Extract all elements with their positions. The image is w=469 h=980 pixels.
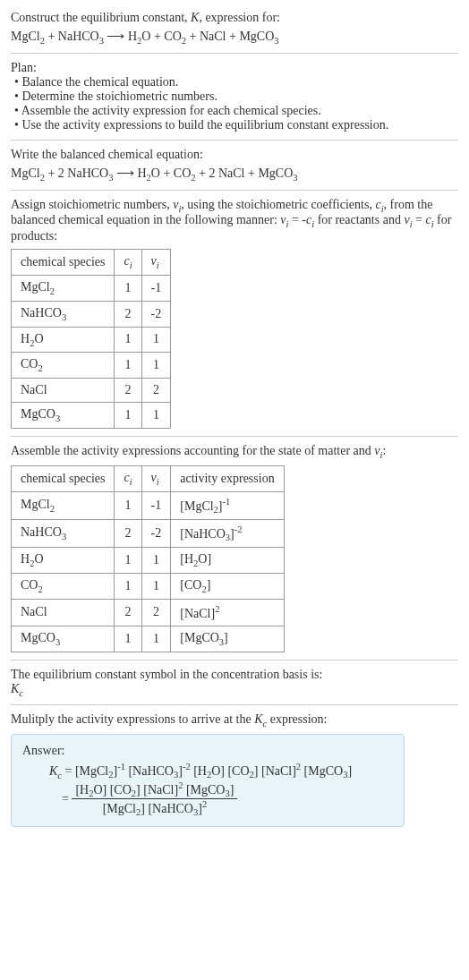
answer-label: Answer: xyxy=(22,744,393,758)
cell-expr: [NaHCO3]-2 xyxy=(171,520,284,548)
divider xyxy=(11,660,458,660)
cell-v: 1 xyxy=(141,327,171,353)
cell-c: 1 xyxy=(115,491,141,519)
divider xyxy=(11,190,458,191)
col-header: ci xyxy=(115,250,141,276)
table-row: MgCl2 1 -1 xyxy=(12,275,171,301)
cell-v: -2 xyxy=(141,301,171,327)
cell-species: MgCO3 xyxy=(12,403,115,429)
plan-section: Plan: • Balance the chemical equation. •… xyxy=(11,61,458,132)
cell-species: NaCl xyxy=(12,600,115,626)
cell-expr: [MgCO3] xyxy=(171,626,284,652)
cell-v: -1 xyxy=(141,275,171,301)
table-row: NaHCO3 2 -2 xyxy=(12,301,171,327)
col-header: νi xyxy=(141,250,171,276)
answer-expression: Kc = [MgCl2]-1 [NaHCO3]-2 [H2O] [CO2] [N… xyxy=(22,762,393,817)
cell-c: 1 xyxy=(115,353,141,379)
frac-numerator: [H2O] [CO2] [NaCl]2 [MgCO3] xyxy=(72,780,237,799)
divider xyxy=(11,140,458,141)
cell-v: 1 xyxy=(141,548,171,574)
activity-intro: Assemble the activity expressions accoun… xyxy=(11,444,458,460)
cell-c: 1 xyxy=(115,327,141,353)
table-row: MgCO3 1 1 xyxy=(12,403,171,429)
table-row: NaCl 2 2 xyxy=(12,379,171,403)
cell-species: CO2 xyxy=(12,353,115,379)
multiply-text: Mulitply the activity expressions to arr… xyxy=(11,712,458,729)
divider xyxy=(11,436,458,437)
cell-c: 2 xyxy=(115,379,141,403)
cell-v: 1 xyxy=(141,403,171,429)
cell-species: MgCl2 xyxy=(12,491,115,519)
cell-c: 2 xyxy=(115,600,141,626)
balanced-section: Write the balanced chemical equation: Mg… xyxy=(11,148,458,183)
cell-c: 1 xyxy=(115,275,141,301)
cell-v: 1 xyxy=(141,574,171,600)
col-header: νi xyxy=(141,465,171,491)
table-row: H2O 1 1 [H2O] xyxy=(12,548,285,574)
activity-table: chemical species ci νi activity expressi… xyxy=(11,465,285,652)
answer-box: Answer: Kc = [MgCl2]-1 [NaHCO3]-2 [H2O] … xyxy=(11,734,405,827)
cell-c: 1 xyxy=(115,626,141,652)
frac-denominator: [MgCl2] [NaHCO3]2 xyxy=(72,799,237,817)
cell-species: NaHCO3 xyxy=(12,520,115,548)
plan-item: • Determine the stoichiometric numbers. xyxy=(14,89,458,104)
activity-section: Assemble the activity expressions accoun… xyxy=(11,444,458,652)
answer-fraction: [H2O] [CO2] [NaCl]2 [MgCO3] [MgCl2] [NaH… xyxy=(72,780,237,818)
cell-c: 2 xyxy=(115,520,141,548)
cell-c: 1 xyxy=(115,574,141,600)
header-equation: MgCl2 + NaHCO3 ⟶ H2O + CO2 + NaCl + MgCO… xyxy=(11,29,458,46)
col-header: chemical species xyxy=(12,465,115,491)
cell-v: 1 xyxy=(141,626,171,652)
divider xyxy=(11,704,458,705)
symbol-text: The equilibrium constant symbol in the c… xyxy=(11,668,458,682)
col-header: activity expression xyxy=(171,465,284,491)
table-row: CO2 1 1 xyxy=(12,353,171,379)
table-row: MgCO3 1 1 [MgCO3] xyxy=(12,626,285,652)
cell-c: 1 xyxy=(115,403,141,429)
col-header: ci xyxy=(115,465,141,491)
cell-species: NaCl xyxy=(12,379,115,403)
cell-species: CO2 xyxy=(12,574,115,600)
table-row: NaHCO3 2 -2 [NaHCO3]-2 xyxy=(12,520,285,548)
cell-expr: [NaCl]2 xyxy=(171,600,284,626)
cell-c: 1 xyxy=(115,548,141,574)
stoich-intro: Assign stoichiometric numbers, νi, using… xyxy=(11,198,458,244)
cell-species: MgCl2 xyxy=(12,275,115,301)
balanced-title: Write the balanced chemical equation: xyxy=(11,148,458,162)
cell-expr: [CO2] xyxy=(171,574,284,600)
cell-v: -2 xyxy=(141,520,171,548)
plan-item: • Balance the chemical equation. xyxy=(14,75,458,89)
table-row: H2O 1 1 xyxy=(12,327,171,353)
cell-v: -1 xyxy=(141,491,171,519)
cell-v: 1 xyxy=(141,353,171,379)
plan-item: • Use the activity expressions to build … xyxy=(14,118,458,132)
divider xyxy=(11,53,458,54)
table-header-row: chemical species ci νi activity expressi… xyxy=(12,465,285,491)
table-row: NaCl 2 2 [NaCl]2 xyxy=(12,600,285,626)
table-row: CO2 1 1 [CO2] xyxy=(12,574,285,600)
cell-species: NaHCO3 xyxy=(12,301,115,327)
table-header-row: chemical species ci νi xyxy=(12,250,171,276)
stoich-table: chemical species ci νi MgCl2 1 -1 NaHCO3… xyxy=(11,249,171,429)
header-section: Construct the equilibrium constant, K, e… xyxy=(11,11,458,46)
cell-species: MgCO3 xyxy=(12,626,115,652)
cell-species: H2O xyxy=(12,548,115,574)
plan-item: • Assemble the activity expression for e… xyxy=(14,104,458,118)
cell-v: 2 xyxy=(141,379,171,403)
header-title: Construct the equilibrium constant, K, e… xyxy=(11,11,458,25)
table-row: MgCl2 1 -1 [MgCl2]-1 xyxy=(12,491,285,519)
cell-expr: [H2O] xyxy=(171,548,284,574)
symbol-value: Kc xyxy=(11,682,458,698)
balanced-equation: MgCl2 + 2 NaHCO3 ⟶ H2O + CO2 + 2 NaCl + … xyxy=(11,166,458,183)
cell-species: H2O xyxy=(12,327,115,353)
col-header: chemical species xyxy=(12,250,115,276)
cell-v: 2 xyxy=(141,600,171,626)
stoich-section: Assign stoichiometric numbers, νi, using… xyxy=(11,198,458,429)
symbol-section: The equilibrium constant symbol in the c… xyxy=(11,668,458,698)
plan-title: Plan: xyxy=(11,61,458,75)
cell-expr: [MgCl2]-1 xyxy=(171,491,284,519)
multiply-section: Mulitply the activity expressions to arr… xyxy=(11,712,458,827)
cell-c: 2 xyxy=(115,301,141,327)
